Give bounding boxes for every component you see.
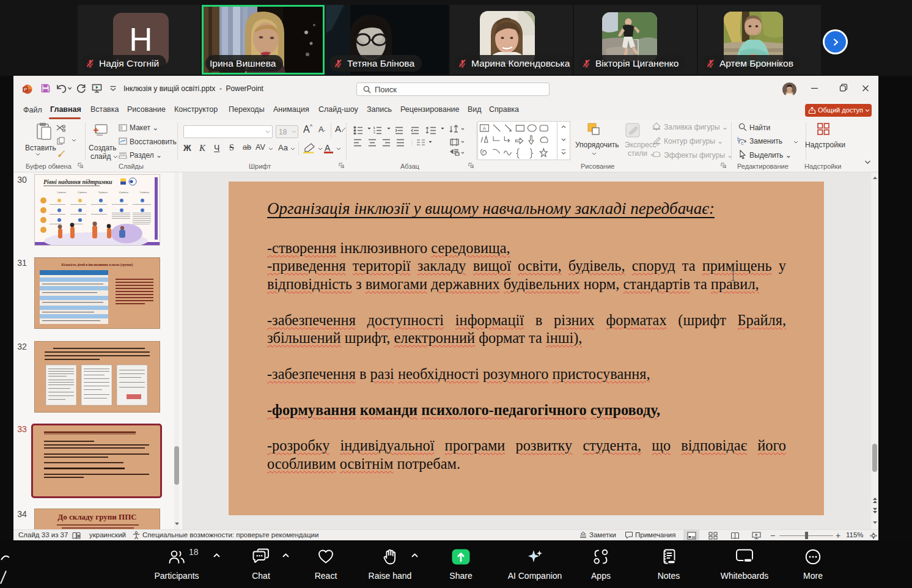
svg-text:b: b <box>737 136 740 142</box>
svg-text:5 рівень: 5 рівень <box>140 191 149 194</box>
svg-text:Рівні надання підтримки: Рівні надання підтримки <box>43 178 112 185</box>
svg-text:1 рівень: 1 рівень <box>57 191 66 194</box>
svg-text:P: P <box>24 87 27 92</box>
svg-text:2 рівень: 2 рівень <box>78 191 87 194</box>
svg-text:A: A <box>483 125 487 131</box>
svg-text:Кількість дітей в інклюзивних: Кількість дітей в інклюзивних класах (гр… <box>62 263 133 267</box>
svg-text:3 рівень: 3 рівень <box>98 191 108 194</box>
svg-text:c: c <box>741 140 744 146</box>
svg-text:До складу групи ППС: До складу групи ППС <box>57 512 136 521</box>
svg-text:4 рівень: 4 рівень <box>119 191 128 194</box>
